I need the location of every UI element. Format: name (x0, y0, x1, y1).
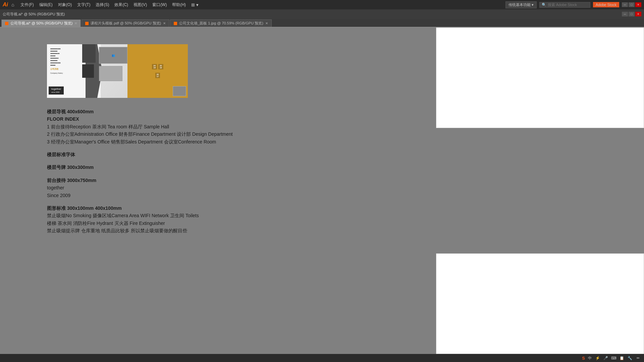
dark-shape-2 (82, 44, 96, 63)
white-panel-top (436, 27, 644, 128)
section1-title: 楼层导视 400x600mm (47, 108, 282, 115)
floor2: 2 行政办公室Administration Office 财务部Finance … (47, 130, 282, 138)
section4-line2: Since 2009 (47, 192, 282, 199)
taskbar-icon-6[interactable]: 🔧 (627, 355, 633, 361)
spacer-3 (47, 171, 282, 177)
tab-close-2[interactable]: ✕ (265, 21, 268, 25)
doc-restore-btn[interactable]: □ (629, 12, 635, 16)
year-row-mid: 2017 (155, 73, 160, 78)
s-icon: S (582, 356, 585, 361)
gold-section: 2018 2019 2017 (127, 44, 188, 98)
home-icon[interactable]: ⌂ (11, 2, 14, 7)
dark-shape-3 (82, 64, 94, 78)
status-bar: S 中 ⚡ 🎤 ⌨ 📋 🔧 ✏ (0, 354, 644, 362)
taskbar-icon-3[interactable]: 🎤 (602, 355, 609, 361)
menu-text[interactable]: 文字(T) (75, 1, 93, 8)
menu-edit[interactable]: 编辑(E) (37, 1, 55, 8)
spacer-2 (47, 158, 282, 164)
menu-right: 传统基本功能 ▾ 🔍 Adobe Stock ─ □ ✕ (505, 1, 641, 8)
tab-icon-1 (85, 22, 89, 25)
section1-subtitle: FLOOR INDEX (47, 115, 282, 123)
menu-view[interactable]: 视图(V) (131, 1, 149, 8)
close-btn[interactable]: ✕ (635, 2, 641, 7)
taskbar-icon-4[interactable]: ⌨ (610, 355, 617, 361)
tab-label-0: 公司导视.ai* @ 50% (RGB/GPU 预览) (10, 21, 72, 26)
doc-title-text: 公司导视.ai* @ 50% (RGB/GPU 预览) (3, 12, 65, 17)
tab-1[interactable]: 课程片头模板.pdf @ 50% (RGB/GPU 预览) ✕ (82, 19, 169, 27)
section5-line1: 禁止吸烟No Smoking 摄像区域Camera Area WIFI Netw… (47, 212, 282, 219)
search-box: 🔍 (539, 2, 590, 8)
timeline-design: ■■■■■■■■■■ ■■■■■■■ ■■■■■■■■■ ■■■■■ ■■■■■… (47, 44, 188, 98)
app-logo: Ai (3, 2, 8, 8)
year-2019: 2019 (158, 64, 163, 69)
tab-close-0[interactable]: ✕ (74, 21, 77, 25)
section4-title: 前台接待 3000x750mm (47, 177, 282, 184)
section5-line3: 禁止吸烟提示牌 仓库重地 纸质品比较多 所以禁止吸烟要做的醒目些 (47, 227, 282, 234)
floor3: 3 经理办公室Manager's Office 销售部Sales Departm… (47, 138, 282, 145)
center-img-2 (99, 66, 122, 81)
white-panel-bottom (436, 253, 644, 354)
doc-canvas: ■■■■■■■■■■ ■■■■■■■ ■■■■■■■■■ ■■■■■ ■■■■■… (47, 44, 188, 98)
taskbar-icon-5[interactable]: 📋 (619, 355, 625, 361)
doc-close-btn[interactable]: ✕ (635, 12, 641, 16)
spacer-4 (47, 199, 282, 204)
doc-title-controls: ─ □ ✕ (622, 12, 641, 16)
section4-line1: together (47, 184, 282, 191)
section5: 图形标准 300x100mm 400x100mm (47, 204, 282, 212)
tab-2[interactable]: 公司文化墙_面板 1.jpg @ 70.59% (RGB/GPU 预览) ✕ (170, 19, 272, 27)
menu-file[interactable]: 文件(F) (18, 1, 36, 8)
search-icon: 🔍 (542, 3, 546, 7)
year-row-top: 2018 2019 (152, 64, 163, 69)
spacer-1 (47, 145, 282, 151)
section2: 楼层标准字体 (47, 151, 282, 158)
taskbar-icon-7[interactable]: ✏ (635, 355, 641, 361)
search-input[interactable] (548, 3, 588, 7)
taskbar-icon-1[interactable]: 中 (586, 355, 593, 361)
tab-0[interactable]: 公司导视.ai* @ 50% (RGB/GPU 预览) ✕ (1, 19, 81, 27)
menu-help[interactable]: 帮助(H) (170, 1, 188, 8)
section5-line2: 楼梯 茶水间 消防栓Fire Hydrant 灭火器 Fire Extingui… (47, 220, 282, 227)
together-text: together since 2008 (49, 86, 64, 95)
window-controls: ─ □ ✕ (622, 2, 641, 7)
menu-bar: Ai ⌂ 文件(F) 编辑(E) 对象(O) 文字(T) 选择(S) 效果(C)… (0, 0, 644, 9)
restore-btn[interactable]: □ (629, 2, 635, 7)
tab-icon-2 (174, 22, 177, 25)
tab-close-1[interactable]: ✕ (163, 21, 166, 25)
section3: 楼层号牌 300x300mm (47, 164, 282, 171)
menu-select[interactable]: 选择(S) (93, 1, 111, 8)
taskbar-icon-2[interactable]: ⚡ (594, 355, 601, 361)
tab-icon-0 (5, 22, 8, 25)
menu-object[interactable]: 对象(O) (56, 1, 74, 8)
menu-effects[interactable]: 效果(C) (112, 1, 130, 8)
adobe-stock-btn[interactable]: Adobe Stock (593, 2, 619, 7)
menu-grid[interactable]: ⊞ ▾ (189, 2, 201, 8)
canvas-area: 优虎课网 ■■■■■■■■■■ ■■■■■■■ ■■■■■■■■■ ■■■■■ … (0, 27, 644, 354)
tab-bar: 公司导视.ai* @ 50% (RGB/GPU 预览) ✕ 课程片头模板.pdf… (0, 19, 644, 27)
doc-minimize-btn[interactable]: ─ (622, 12, 628, 16)
floor1: 1 前台接待Reception 茶水间 Tea room 样品厅 Sample … (47, 123, 282, 130)
tab-label-2: 公司文化墙_面板 1.jpg @ 70.59% (RGB/GPU 预览) (179, 21, 263, 26)
text-content: 楼层导视 400x600mm FLOOR INDEX 1 前台接待Recepti… (47, 108, 282, 234)
traditional-btn[interactable]: 传统基本功能 ▾ (505, 1, 537, 8)
minimize-btn[interactable]: ─ (622, 2, 628, 7)
year-2017: 2017 (155, 73, 160, 78)
menu-window[interactable]: 窗口(W) (150, 1, 169, 8)
tab-label-1: 课程片头模板.pdf @ 50% (RGB/GPU 预览) (91, 21, 161, 26)
center-img: 👥 (99, 47, 127, 64)
status-right: S 中 ⚡ 🎤 ⌨ 📋 🔧 ✏ (582, 355, 641, 361)
doc-title-bar: 公司导视.ai* @ 50% (RGB/GPU 预览) ─ □ ✕ (0, 9, 644, 19)
year-2018: 2018 (152, 64, 157, 69)
small-photo (173, 86, 186, 96)
